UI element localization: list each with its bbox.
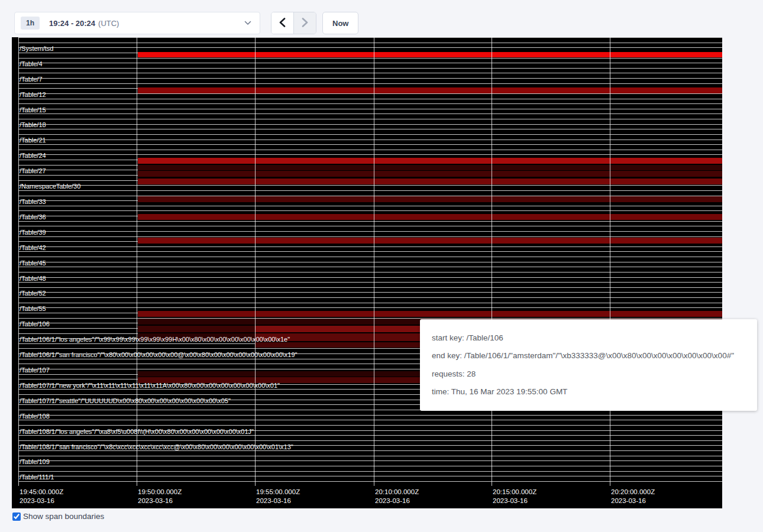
time-gridline bbox=[255, 37, 256, 486]
heatmap-row-label: /Table/52 bbox=[20, 290, 46, 297]
heatmap-row-label: /Table/12 bbox=[20, 91, 46, 99]
time-gridline bbox=[18, 37, 19, 486]
heatmap-band[interactable] bbox=[138, 52, 722, 57]
heatmap-band[interactable] bbox=[138, 238, 722, 244]
heatmap-row-label: /Table/42 bbox=[20, 244, 46, 252]
heatmap-band[interactable] bbox=[138, 333, 255, 341]
heatmap-row-label: /Table/106 bbox=[20, 320, 50, 328]
show-span-boundaries-label[interactable]: Show span boundaries bbox=[23, 512, 104, 521]
heatmap-row-label: /Table/39 bbox=[20, 229, 46, 236]
heatmap-row-label: /Table/48 bbox=[20, 275, 46, 283]
heatmap-row-label: /Table/108/1/"san francisco"/"\x8c\xcc\x… bbox=[20, 443, 293, 451]
heatmap-band[interactable] bbox=[138, 171, 722, 177]
axis-tick-time: 19:50:00.000Z bbox=[138, 488, 182, 497]
chevron-down-icon bbox=[244, 21, 251, 25]
heatmap-row-label: /Table/106/1/"san francisco"/"\x80\x00\x… bbox=[20, 351, 298, 359]
time-range-select[interactable]: 1h 19:24 - 20:24 (UTC) bbox=[14, 12, 260, 34]
time-nav-group bbox=[271, 12, 316, 34]
time-range-label: 19:24 - 20:24 bbox=[49, 19, 95, 28]
tooltip-start-key: start key: /Table/106 bbox=[432, 333, 745, 343]
next-interval-button[interactable] bbox=[293, 12, 316, 34]
cell-tooltip: start key: /Table/106 end key: /Table/10… bbox=[420, 319, 757, 411]
heatmap-row-label: /Table/108 bbox=[20, 413, 50, 420]
axis-tick-time: 20:10:00.000Z bbox=[375, 488, 419, 497]
heatmap-row-label: /Table/27 bbox=[20, 167, 46, 175]
tooltip-end-key: end key: /Table/106/1/"amsterdam"/"\xb33… bbox=[432, 351, 745, 361]
axis-tick-time: 20:20:00.000Z bbox=[611, 488, 655, 497]
axis-tick-date: 2023-03-16 bbox=[256, 497, 300, 505]
heatmap-row-label: /Table/108/1/"los angeles"/"\xa8\xf5\u00… bbox=[20, 428, 254, 436]
chevron-right-icon bbox=[302, 18, 308, 29]
heatmap-row-label: /Table/7 bbox=[20, 76, 43, 83]
axis-tick-date: 2023-03-16 bbox=[493, 497, 536, 505]
span-boundary-lines bbox=[18, 37, 722, 486]
heatmap-row-label: /Table/36 bbox=[20, 213, 46, 221]
heatmap-band[interactable] bbox=[138, 196, 722, 202]
axis-tick: 19:55:00.000Z2023-03-16 bbox=[256, 488, 300, 505]
axis-tick: 19:50:00.000Z2023-03-16 bbox=[138, 488, 182, 505]
time-gridline bbox=[137, 37, 137, 486]
keyvis-heatmap[interactable]: 19:45:00.000Z2023-03-1619:50:00.000Z2023… bbox=[12, 37, 722, 508]
heatmap-row-label: /Table/15 bbox=[20, 106, 46, 114]
heatmap-band[interactable] bbox=[138, 311, 722, 317]
tooltip-requests: requests: 28 bbox=[432, 369, 745, 379]
axis-tick: 19:45:00.000Z2023-03-16 bbox=[20, 488, 63, 505]
duration-badge: 1h bbox=[21, 17, 40, 30]
time-gridline bbox=[610, 37, 610, 486]
axis-tick-date: 2023-03-16 bbox=[138, 497, 182, 505]
now-button[interactable]: Now bbox=[322, 12, 358, 34]
heatmap-row-label: /System/tsd bbox=[20, 45, 53, 53]
heatmap-row-label: /Table/55 bbox=[20, 305, 46, 313]
axis-tick-time: 20:15:00.000Z bbox=[493, 488, 536, 497]
heatmap-band[interactable] bbox=[138, 179, 722, 184]
time-gridline bbox=[492, 37, 492, 486]
heatmap-band[interactable] bbox=[138, 87, 722, 93]
heatmap-row-label: /Table/107 bbox=[20, 366, 50, 374]
heatmap-row-label: /Table/109 bbox=[20, 458, 50, 466]
heatmap-row-label: /NamespaceTable/30 bbox=[20, 183, 80, 190]
time-gridline bbox=[374, 37, 374, 486]
heatmap-band[interactable] bbox=[138, 165, 722, 170]
heatmap-row-label: /Table/107/1/"seattle"/"UUUUUUD\x00\x80\… bbox=[20, 397, 231, 405]
show-span-boundaries-checkbox[interactable] bbox=[12, 512, 21, 521]
show-span-boundaries-control: Show span boundaries bbox=[12, 512, 104, 521]
heatmap-row-label: /Table/24 bbox=[20, 152, 46, 160]
heatmap-band[interactable] bbox=[138, 326, 255, 332]
axis-tick-date: 2023-03-16 bbox=[611, 497, 655, 505]
axis-tick: 20:10:00.000Z2023-03-16 bbox=[375, 488, 419, 505]
axis-tick-date: 2023-03-16 bbox=[20, 497, 63, 505]
heatmap-row-label: /Table/21 bbox=[20, 137, 46, 144]
axis-tick: 20:20:00.000Z2023-03-16 bbox=[611, 488, 655, 505]
key-visualizer-page: 1h 19:24 - 20:24 (UTC) Now 19:45:00.000Z… bbox=[0, 0, 763, 532]
heatmap-row-label: /Table/111/1 bbox=[20, 473, 54, 481]
heatmap-band[interactable] bbox=[138, 158, 722, 164]
axis-tick: 20:15:00.000Z2023-03-16 bbox=[493, 488, 536, 505]
previous-interval-button[interactable] bbox=[271, 12, 293, 34]
heatmap-row-label: /Table/45 bbox=[20, 259, 46, 267]
heatmap-band[interactable] bbox=[138, 214, 722, 220]
timezone-label: (UTC) bbox=[98, 19, 119, 28]
heatmap-row-label: /Table/4 bbox=[20, 60, 43, 68]
axis-tick-date: 2023-03-16 bbox=[375, 497, 419, 505]
axis-tick-time: 19:45:00.000Z bbox=[20, 488, 63, 497]
chevron-left-icon bbox=[279, 18, 286, 29]
tooltip-time: time: Thu, 16 Mar 2023 19:55:00 GMT bbox=[432, 387, 745, 397]
heatmap-row-label: /Table/18 bbox=[20, 121, 46, 129]
heatmap-row-label: /Table/33 bbox=[20, 198, 46, 206]
axis-tick-time: 19:55:00.000Z bbox=[256, 488, 300, 497]
